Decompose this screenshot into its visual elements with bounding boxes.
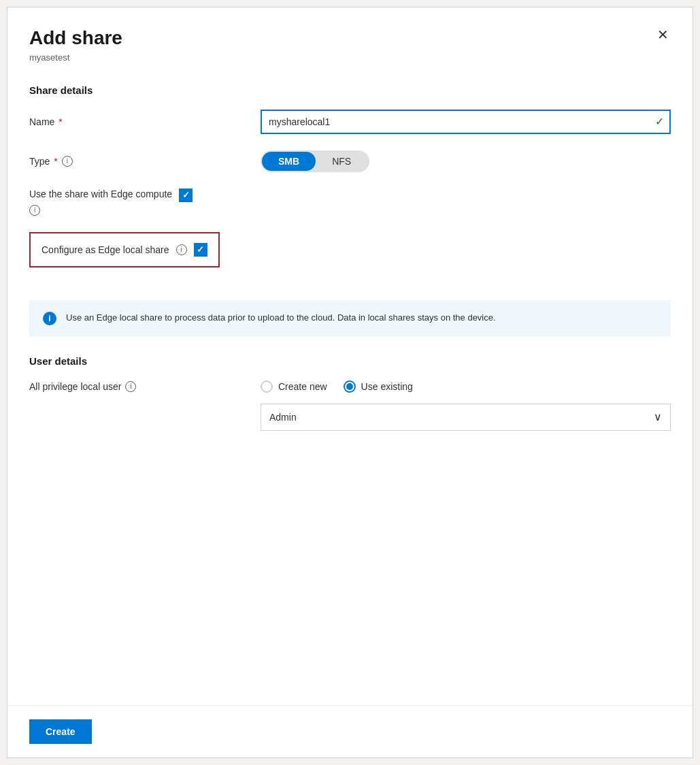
dialog-subtitle: myasetest <box>29 52 671 63</box>
edge-compute-label: Use the share with Edge compute <box>29 189 172 199</box>
admin-dropdown[interactable]: Admin ∨ <box>261 404 671 431</box>
type-label: Type * i <box>29 156 261 167</box>
name-input-wrapper: ✓ <box>261 110 671 134</box>
create-new-label: Create new <box>278 381 327 392</box>
admin-dropdown-wrapper: Admin ∨ <box>261 404 671 431</box>
edge-compute-row: Use the share with Edge compute ✓ <box>29 189 671 202</box>
edge-local-info-icon[interactable]: i <box>176 244 187 255</box>
edge-compute-info: i <box>29 205 671 216</box>
edge-local-checkbox[interactable]: ✓ <box>194 243 207 257</box>
info-banner: i Use an Edge local share to process dat… <box>29 300 671 336</box>
info-banner-text: Use an Edge local share to process data … <box>66 311 496 325</box>
nfs-option[interactable]: NFS <box>316 152 367 171</box>
share-details-section-title: Share details <box>29 84 671 96</box>
name-row: Name * ✓ <box>29 110 671 134</box>
type-toggle-group: SMB NFS <box>261 150 671 172</box>
type-required-star: * <box>54 156 57 167</box>
use-existing-label: Use existing <box>361 381 413 392</box>
edge-compute-checkbox[interactable]: ✓ <box>179 189 193 202</box>
edge-compute-info-icon[interactable]: i <box>29 205 40 216</box>
user-details-section: User details All privilege local user i … <box>29 355 671 431</box>
create-button[interactable]: Create <box>29 719 92 744</box>
edge-local-checkmark: ✓ <box>197 244 204 255</box>
add-share-dialog: Add share myasetest ✕ Share details Name… <box>7 7 693 758</box>
close-button[interactable]: ✕ <box>652 24 673 46</box>
edge-compute-section: Use the share with Edge compute ✓ i <box>29 189 671 216</box>
edge-local-row: Configure as Edge local share i ✓ <box>29 232 220 267</box>
type-row: Type * i SMB NFS <box>29 150 671 172</box>
edge-local-label: Configure as Edge local share <box>41 244 169 255</box>
smb-option[interactable]: SMB <box>262 152 316 171</box>
type-info-icon[interactable]: i <box>62 156 73 167</box>
edge-compute-checkmark: ✓ <box>182 190 190 200</box>
edge-local-section: Configure as Edge local share i ✓ <box>29 232 671 284</box>
privilege-user-row: All privilege local user i Create new Us… <box>29 380 671 393</box>
admin-dropdown-value: Admin <box>269 412 297 423</box>
name-label: Name * <box>29 116 261 127</box>
privilege-label: All privilege local user i <box>29 381 261 392</box>
dialog-footer: Create <box>7 705 693 758</box>
name-input[interactable] <box>261 110 671 134</box>
user-radio-group: Create new Use existing <box>261 380 413 393</box>
dialog-header: Add share myasetest ✕ <box>7 7 693 68</box>
dialog-title: Add share <box>29 27 671 50</box>
create-new-radio[interactable]: Create new <box>261 380 327 393</box>
info-banner-icon-letter: i <box>48 314 50 323</box>
name-valid-icon: ✓ <box>655 115 664 128</box>
dropdown-chevron-icon: ∨ <box>654 410 662 423</box>
smb-nfs-toggle: SMB NFS <box>261 150 369 172</box>
close-icon: ✕ <box>657 27 669 43</box>
create-new-radio-circle <box>261 380 273 393</box>
name-required-star: * <box>59 116 62 127</box>
privilege-info-icon[interactable]: i <box>125 381 136 392</box>
info-banner-icon: i <box>43 312 56 325</box>
user-details-section-title: User details <box>29 355 671 367</box>
use-existing-radio-circle <box>344 380 356 393</box>
name-input-container: ✓ <box>261 110 671 134</box>
use-existing-radio[interactable]: Use existing <box>344 380 413 393</box>
dialog-body: Share details Name * ✓ Type * i <box>7 68 693 705</box>
